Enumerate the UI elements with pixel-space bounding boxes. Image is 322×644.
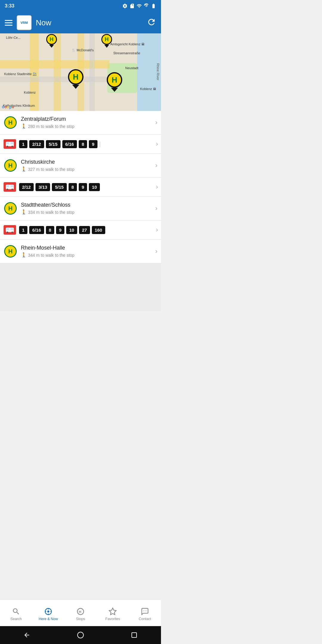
svg-rect-2 xyxy=(6,142,9,144)
stop-name-zentralplatz: Zentralplatz/Forum xyxy=(21,116,153,122)
map-pin-4: H xyxy=(107,72,122,92)
stop-info-christuskirche: Christuskirche 🚶 327 m to walk to the st… xyxy=(21,159,153,172)
line-badge: 27 xyxy=(79,226,90,234)
svg-point-5 xyxy=(12,146,13,147)
svg-rect-15 xyxy=(10,228,13,230)
line-badge: 8 xyxy=(69,183,77,191)
stop-icon-rhein-mosel: H xyxy=(4,244,17,258)
map-pin-2: H xyxy=(101,34,112,48)
map-label-koblenz2: Koblenz 🏛 xyxy=(140,87,156,91)
chevron-icon: › xyxy=(155,162,157,169)
refresh-button[interactable] xyxy=(147,17,156,28)
stop-row-stadttheater[interactable]: H Stadttheater/Schloss 🚶 334 m to walk t… xyxy=(0,197,161,220)
line-badge: 1 xyxy=(19,140,27,148)
line-badge: 9 xyxy=(79,183,87,191)
line-badge: 8 xyxy=(46,226,54,234)
line-badge: 6/16 xyxy=(62,140,77,148)
more-chevron: › xyxy=(156,226,158,234)
stop-distance-stadttheater: 🚶 334 m to walk to the stop xyxy=(21,209,153,215)
line-badge: 1 xyxy=(19,226,27,234)
line-badge: 5/15 xyxy=(46,140,61,148)
wifi-icon xyxy=(137,3,142,9)
h-stop-icon: H xyxy=(4,116,17,129)
map-label-mcdonalds: 🍴 McDonald's xyxy=(72,48,94,52)
h-stop-icon: H xyxy=(4,202,17,215)
h-stop-icon: H xyxy=(4,159,17,172)
h-stop-icon: H xyxy=(4,245,17,258)
svg-point-17 xyxy=(12,232,13,233)
sdcard-icon xyxy=(129,3,135,9)
walk-icon: 🚶 xyxy=(21,166,27,172)
bus-icon-1 xyxy=(4,139,16,149)
line-badge: 2/12 xyxy=(19,183,34,191)
map-label-rhine: Rhine River xyxy=(156,63,160,80)
stop-info-stadttheater: Stadttheater/Schloss 🚶 334 m to walk to … xyxy=(21,202,153,215)
walk-icon: 🚶 xyxy=(21,123,27,129)
bus-row-zentralplatz[interactable]: 1 2/12 5/15 6/16 8 9 | › xyxy=(0,135,161,153)
stop-distance-rhein-mosel: 🚶 344 m to walk to the stop xyxy=(21,252,153,258)
bus-row-stadttheater[interactable]: 1 6/16 8 9 10 27 160 › xyxy=(0,221,161,239)
divider: | xyxy=(99,141,101,148)
line-badge: 2/12 xyxy=(29,140,44,148)
bus-icon-wrap-2 xyxy=(3,181,17,193)
line-badge: 3/13 xyxy=(35,183,50,191)
road-gray-1 xyxy=(0,77,116,82)
map-label-koblenz-stadtmitte: Koblenz Stadtmitte 🚉 xyxy=(4,72,37,76)
svg-rect-8 xyxy=(6,185,9,187)
status-time: 3:33 xyxy=(5,3,14,9)
line-badge: 10 xyxy=(89,183,100,191)
bus-icon-wrap-3 xyxy=(3,224,17,236)
svg-point-4 xyxy=(7,146,8,147)
menu-button[interactable] xyxy=(5,18,13,27)
page-title: Now xyxy=(36,18,51,27)
map-label-neustadt: Neustadt xyxy=(125,66,138,70)
stop-row-christuskirche[interactable]: H Christuskirche 🚶 327 m to walk to the … xyxy=(0,154,161,177)
stop-info-zentralplatz: Zentralplatz/Forum 🚶 280 m to walk to th… xyxy=(21,116,153,129)
stop-name-rhein-mosel: Rhein-Mosel-Halle xyxy=(21,245,153,251)
stop-name-stadttheater: Stadttheater/Schloss xyxy=(21,202,153,208)
line-badges-zentralplatz: 1 2/12 5/15 6/16 8 9 | xyxy=(19,140,152,148)
bus-icon-3 xyxy=(4,225,16,235)
stops-list: H Zentralplatz/Forum 🚶 280 m to walk to … xyxy=(0,111,161,311)
vrm-logo: VRM xyxy=(17,15,32,30)
svg-rect-9 xyxy=(10,185,13,187)
map-label-koblenz: Koblenz xyxy=(24,91,36,94)
map-pin-3: H xyxy=(68,69,83,89)
map-view[interactable]: Löhr-Ce... Koblenz Stadtmitte 🚉 Koblenz … xyxy=(0,33,161,111)
line-badge: 10 xyxy=(66,226,77,234)
stop-icon-stadttheater: H xyxy=(4,202,17,215)
svg-rect-3 xyxy=(10,142,13,144)
header-left: VRM Now xyxy=(5,15,51,30)
line-badges-christuskirche: 2/12 3/13 5/15 8 9 10 xyxy=(19,183,152,191)
stop-distance-zentralplatz: 🚶 280 m to walk to the stop xyxy=(21,123,153,129)
svg-point-16 xyxy=(7,232,8,233)
stop-name-christuskirche: Christuskirche xyxy=(21,159,153,165)
stop-icon-zentralplatz: H xyxy=(4,116,17,129)
more-chevron: › xyxy=(156,140,158,148)
stop-row-rhein-mosel[interactable]: H Rhein-Mosel-Halle 🚶 344 m to walk to t… xyxy=(0,240,161,263)
status-bar: 3:33 xyxy=(0,0,161,12)
line-badge: 6/16 xyxy=(29,226,44,234)
more-chevron: › xyxy=(156,183,158,191)
walk-icon: 🚶 xyxy=(21,252,27,258)
line-badge: 160 xyxy=(92,226,105,234)
map-label-lohr: Löhr-Ce... xyxy=(6,36,21,39)
app-header: VRM Now xyxy=(0,12,161,33)
line-badges-stadttheater: 1 6/16 8 9 10 27 160 xyxy=(19,226,152,234)
stop-icon-christuskirche: H xyxy=(4,159,17,172)
svg-rect-14 xyxy=(6,228,9,230)
bus-row-christuskirche[interactable]: 2/12 3/13 5/15 8 9 10 › xyxy=(0,178,161,196)
map-pin-1: H xyxy=(46,34,57,48)
line-badge: 9 xyxy=(89,140,97,148)
road-gray-2 xyxy=(89,33,95,111)
map-label-stresemannstr: Stresemannstraße xyxy=(113,51,140,55)
battery-icon xyxy=(151,3,156,9)
line-badge: 8 xyxy=(79,140,87,148)
stop-row-zentralplatz[interactable]: H Zentralplatz/Forum 🚶 280 m to walk to … xyxy=(0,111,161,134)
signal-icon xyxy=(144,3,149,9)
chevron-icon: › xyxy=(155,119,157,126)
walk-icon: 🚶 xyxy=(21,209,27,215)
svg-point-11 xyxy=(12,189,13,190)
line-badge: 5/15 xyxy=(52,183,66,191)
stop-distance-christuskirche: 🚶 327 m to walk to the stop xyxy=(21,166,153,172)
